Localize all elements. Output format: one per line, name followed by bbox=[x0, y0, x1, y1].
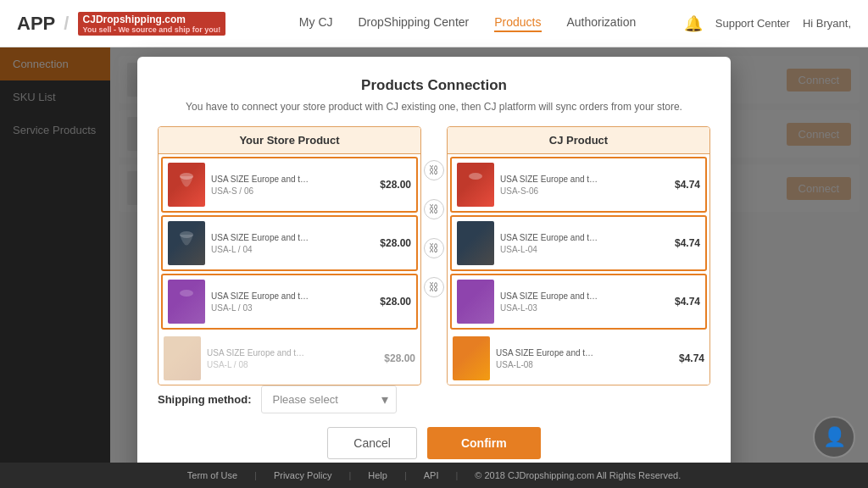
cj-product-1-sku: USA-S-06 bbox=[500, 186, 669, 196]
store-product-2[interactable]: USA SIZE Europe and the United States la… bbox=[161, 215, 418, 271]
link-icons-col: ⛓ ⛓ ⛓ ⛓ bbox=[421, 126, 447, 316]
store-product-3[interactable]: USA SIZE Europe and the United States la… bbox=[161, 274, 418, 330]
cj-product-4-sku: USA-L-08 bbox=[496, 360, 673, 369]
nav-dropshipping-center[interactable]: DropShipping Center bbox=[359, 15, 470, 32]
store-thumb-1 bbox=[168, 163, 205, 207]
store-product-2-price: $28.00 bbox=[380, 237, 411, 249]
store-product-2-desc: USA SIZE Europe and the United States la… bbox=[211, 232, 313, 244]
cj-thumb-1 bbox=[457, 163, 494, 207]
brand-name: CJDropshipping.com bbox=[83, 14, 221, 25]
store-product-1-sku: USA-S / 06 bbox=[211, 186, 374, 196]
cj-product-3-desc: USA SIZE Europe and the United States la… bbox=[500, 291, 602, 302]
cj-product-2[interactable]: USA SIZE Europe and the United States la… bbox=[450, 215, 707, 271]
cj-product-1-desc: USA SIZE Europe and the United States la… bbox=[500, 174, 602, 186]
cj-thumb-2 bbox=[457, 221, 494, 265]
link-icon-2[interactable]: ⛓ bbox=[424, 199, 444, 219]
link-icon-1[interactable]: ⛓ bbox=[424, 160, 444, 180]
brand-tagline: You sell - We source and ship for you! bbox=[83, 25, 221, 34]
support-center-link[interactable]: Support Center bbox=[715, 17, 790, 30]
cj-product-3[interactable]: USA SIZE Europe and the United States la… bbox=[450, 274, 707, 330]
nav-authorization[interactable]: Authorization bbox=[567, 15, 637, 32]
cj-thumb-3 bbox=[457, 280, 494, 324]
store-thumb-2 bbox=[168, 221, 205, 265]
user-greeting: Hi Bryant, bbox=[803, 17, 851, 30]
svg-point-3 bbox=[469, 173, 482, 180]
cj-product-4-price: $4.74 bbox=[679, 352, 704, 364]
link-icon-4[interactable]: ⛓ bbox=[424, 277, 444, 297]
shipping-row: Shipping method: Please select bbox=[158, 385, 710, 413]
store-product-1-desc: USA SIZE Europe and the United States la… bbox=[211, 174, 313, 186]
store-product-3-price: $28.00 bbox=[380, 296, 411, 308]
shipping-label: Shipping method: bbox=[158, 393, 251, 406]
store-products-col: Your Store Product USA SIZE Europe and t… bbox=[158, 126, 421, 385]
modal-buttons: Cancel Confirm bbox=[158, 427, 710, 459]
store-col-header: Your Store Product bbox=[159, 127, 420, 154]
logo-app-text: APP bbox=[17, 13, 55, 35]
cj-products-col: CJ Product USA SIZE Europe and the Unite… bbox=[447, 126, 710, 385]
footer-api[interactable]: API bbox=[424, 470, 439, 480]
store-product-4-info: USA SIZE Europe and the United States la… bbox=[207, 347, 378, 369]
shipping-select-wrapper: Please select bbox=[261, 385, 397, 413]
cj-product-2-info: USA SIZE Europe and the United States la… bbox=[500, 232, 669, 254]
user-avatar[interactable]: 👤 bbox=[813, 416, 855, 458]
store-product-4-sku: USA-L / 08 bbox=[207, 360, 378, 369]
store-product-4[interactable]: USA SIZE Europe and the United States la… bbox=[159, 332, 420, 385]
cj-thumb-4 bbox=[453, 336, 490, 380]
cj-product-3-info: USA SIZE Europe and the United States la… bbox=[500, 291, 669, 313]
cj-product-3-price: $4.74 bbox=[675, 296, 700, 308]
cj-product-2-price: $4.74 bbox=[675, 237, 700, 249]
store-product-4-desc: USA SIZE Europe and the United States la… bbox=[207, 347, 309, 359]
store-product-2-sku: USA-L / 04 bbox=[211, 245, 374, 254]
store-product-3-sku: USA-L / 03 bbox=[211, 303, 374, 313]
footer-term-of-use[interactable]: Term of Use bbox=[187, 470, 237, 480]
cj-product-1-price: $4.74 bbox=[675, 179, 700, 191]
store-product-1[interactable]: USA SIZE Europe and the United States la… bbox=[161, 157, 418, 213]
link-icon-3[interactable]: ⛓ bbox=[424, 238, 444, 258]
nav-my-cj[interactable]: My CJ bbox=[299, 15, 333, 32]
modal-overlay: Products Connection You have to connect … bbox=[0, 47, 868, 488]
notification-bell-icon[interactable]: 🔔 bbox=[684, 14, 703, 33]
store-product-1-price: $28.00 bbox=[380, 179, 411, 191]
store-product-1-info: USA SIZE Europe and the United States la… bbox=[211, 174, 374, 196]
store-product-3-desc: USA SIZE Europe and the United States la… bbox=[211, 291, 313, 302]
cj-product-2-sku: USA-L-04 bbox=[500, 245, 669, 254]
svg-point-2 bbox=[180, 290, 193, 297]
store-product-2-info: USA SIZE Europe and the United States la… bbox=[211, 232, 374, 254]
store-thumb-3 bbox=[168, 280, 205, 324]
main-nav: My CJ DropShipping Center Products Autho… bbox=[251, 15, 683, 32]
store-product-3-info: USA SIZE Europe and the United States la… bbox=[211, 291, 374, 313]
logo-slash: / bbox=[58, 13, 74, 35]
cj-product-4[interactable]: USA SIZE Europe and the United States la… bbox=[448, 332, 709, 385]
cj-product-4-info: USA SIZE Europe and the United States la… bbox=[496, 347, 673, 369]
products-section: Your Store Product USA SIZE Europe and t… bbox=[158, 126, 710, 385]
cj-product-4-desc: USA SIZE Europe and the United States la… bbox=[496, 347, 598, 359]
confirm-button[interactable]: Confirm bbox=[427, 427, 541, 459]
store-product-4-price: $28.00 bbox=[384, 352, 415, 364]
footer: Term of Use | Privacy Policy | Help | AP… bbox=[0, 463, 868, 488]
store-thumb-4 bbox=[164, 336, 201, 380]
modal-subtitle: You have to connect your store product w… bbox=[158, 101, 710, 113]
cj-product-3-sku: USA-L-03 bbox=[500, 303, 669, 313]
modal-title: Products Connection bbox=[158, 77, 710, 94]
shipping-select[interactable]: Please select bbox=[261, 385, 397, 413]
footer-privacy-policy[interactable]: Privacy Policy bbox=[274, 470, 331, 480]
cj-product-1-info: USA SIZE Europe and the United States la… bbox=[500, 174, 669, 196]
cancel-button[interactable]: Cancel bbox=[327, 427, 417, 459]
header-right: 🔔 Support Center Hi Bryant, bbox=[684, 14, 851, 33]
modal: Products Connection You have to connect … bbox=[137, 57, 731, 480]
cj-col-header: CJ Product bbox=[448, 127, 709, 154]
cj-product-2-desc: USA SIZE Europe and the United States la… bbox=[500, 232, 602, 244]
logo: APP / CJDropshipping.com You sell - We s… bbox=[17, 12, 225, 36]
footer-help[interactable]: Help bbox=[368, 470, 387, 480]
header: APP / CJDropshipping.com You sell - We s… bbox=[0, 0, 868, 47]
footer-copyright: © 2018 CJDropshipping.com All Rights Res… bbox=[475, 470, 681, 480]
nav-products[interactable]: Products bbox=[494, 15, 541, 32]
cj-product-1[interactable]: USA SIZE Europe and the United States la… bbox=[450, 157, 707, 213]
